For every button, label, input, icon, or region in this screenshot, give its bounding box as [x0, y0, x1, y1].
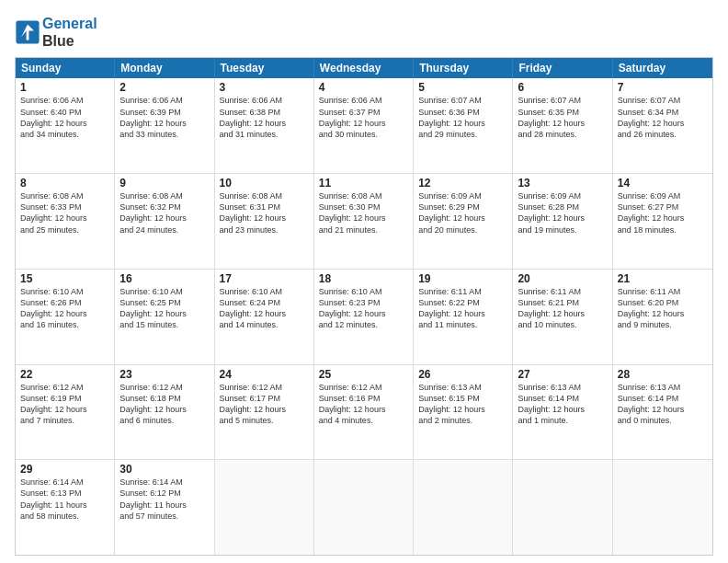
day-number: 23 — [119, 368, 209, 381]
day-details: Sunrise: 6:14 AM Sunset: 6:12 PM Dayligh… — [119, 477, 209, 522]
day-details: Sunrise: 6:06 AM Sunset: 6:40 PM Dayligh… — [20, 95, 109, 140]
calendar-cell: 17Sunrise: 6:10 AM Sunset: 6:24 PM Dayli… — [215, 270, 314, 364]
day-details: Sunrise: 6:08 AM Sunset: 6:30 PM Dayligh… — [319, 190, 408, 236]
day-number: 6 — [518, 81, 607, 94]
day-number: 18 — [319, 272, 408, 285]
calendar-row-4: 22Sunrise: 6:12 AM Sunset: 6:19 PM Dayli… — [16, 365, 712, 461]
day-number: 21 — [618, 272, 708, 285]
day-number: 8 — [20, 177, 109, 190]
calendar-cell: 28Sunrise: 6:13 AM Sunset: 6:14 PM Dayli… — [613, 365, 712, 460]
calendar-cell: 20Sunrise: 6:11 AM Sunset: 6:21 PM Dayli… — [513, 270, 612, 364]
day-details: Sunrise: 6:12 AM Sunset: 6:16 PM Dayligh… — [319, 382, 408, 427]
day-details: Sunrise: 6:10 AM Sunset: 6:25 PM Dayligh… — [119, 286, 209, 331]
calendar-cell: 4Sunrise: 6:06 AM Sunset: 6:37 PM Daylig… — [314, 78, 414, 173]
day-details: Sunrise: 6:09 AM Sunset: 6:28 PM Dayligh… — [518, 190, 607, 236]
day-number: 1 — [20, 81, 109, 94]
day-details: Sunrise: 6:13 AM Sunset: 6:14 PM Dayligh… — [618, 382, 708, 427]
day-number: 2 — [119, 81, 209, 94]
day-number: 10 — [220, 177, 309, 190]
calendar-cell: 8Sunrise: 6:08 AM Sunset: 6:33 PM Daylig… — [16, 174, 115, 269]
day-details: Sunrise: 6:13 AM Sunset: 6:14 PM Dayligh… — [518, 382, 607, 427]
day-number: 15 — [20, 272, 109, 285]
calendar-cell: 11Sunrise: 6:08 AM Sunset: 6:30 PM Dayli… — [314, 174, 414, 269]
calendar-page: GeneralBlue SundayMondayTuesdayWednesday… — [0, 0, 728, 563]
header-day-monday: Monday — [115, 58, 214, 78]
logo: GeneralBlue — [15, 15, 97, 50]
day-number: 4 — [319, 81, 408, 94]
day-number: 27 — [518, 368, 607, 381]
calendar-cell — [513, 460, 612, 555]
day-details: Sunrise: 6:12 AM Sunset: 6:19 PM Dayligh… — [20, 382, 109, 427]
calendar-cell: 2Sunrise: 6:06 AM Sunset: 6:39 PM Daylig… — [115, 78, 214, 173]
day-details: Sunrise: 6:11 AM Sunset: 6:21 PM Dayligh… — [518, 286, 607, 331]
day-number: 30 — [119, 463, 209, 476]
calendar-cell: 10Sunrise: 6:08 AM Sunset: 6:31 PM Dayli… — [215, 174, 314, 269]
calendar-cell: 3Sunrise: 6:06 AM Sunset: 6:38 PM Daylig… — [215, 78, 314, 173]
day-details: Sunrise: 6:12 AM Sunset: 6:18 PM Dayligh… — [119, 382, 209, 427]
calendar-cell: 23Sunrise: 6:12 AM Sunset: 6:18 PM Dayli… — [115, 365, 214, 460]
calendar-cell: 13Sunrise: 6:09 AM Sunset: 6:28 PM Dayli… — [513, 174, 612, 269]
day-details: Sunrise: 6:08 AM Sunset: 6:31 PM Dayligh… — [220, 190, 309, 236]
calendar-cell: 19Sunrise: 6:11 AM Sunset: 6:22 PM Dayli… — [414, 270, 513, 364]
day-details: Sunrise: 6:07 AM Sunset: 6:34 PM Dayligh… — [618, 95, 708, 140]
calendar-cell: 15Sunrise: 6:10 AM Sunset: 6:26 PM Dayli… — [16, 270, 115, 364]
calendar-cell: 9Sunrise: 6:08 AM Sunset: 6:32 PM Daylig… — [115, 174, 214, 269]
day-number: 7 — [618, 81, 708, 94]
day-number: 3 — [220, 81, 309, 94]
day-number: 5 — [418, 81, 507, 94]
calendar-cell: 29Sunrise: 6:14 AM Sunset: 6:13 PM Dayli… — [16, 460, 115, 555]
day-number: 24 — [220, 368, 309, 381]
calendar-cell — [613, 460, 712, 555]
calendar-cell: 16Sunrise: 6:10 AM Sunset: 6:25 PM Dayli… — [115, 270, 214, 364]
calendar-cell: 25Sunrise: 6:12 AM Sunset: 6:16 PM Dayli… — [314, 365, 414, 460]
calendar-cell: 1Sunrise: 6:06 AM Sunset: 6:40 PM Daylig… — [16, 78, 115, 173]
calendar-cell: 30Sunrise: 6:14 AM Sunset: 6:12 PM Dayli… — [115, 460, 214, 555]
day-details: Sunrise: 6:11 AM Sunset: 6:20 PM Dayligh… — [618, 286, 708, 331]
header-day-sunday: Sunday — [16, 58, 115, 78]
calendar-body: 1Sunrise: 6:06 AM Sunset: 6:40 PM Daylig… — [16, 78, 712, 555]
calendar-cell: 26Sunrise: 6:13 AM Sunset: 6:15 PM Dayli… — [414, 365, 513, 460]
day-number: 12 — [418, 177, 507, 190]
calendar-header: SundayMondayTuesdayWednesdayThursdayFrid… — [16, 58, 712, 78]
day-details: Sunrise: 6:10 AM Sunset: 6:24 PM Dayligh… — [220, 286, 309, 331]
calendar-cell: 7Sunrise: 6:07 AM Sunset: 6:34 PM Daylig… — [613, 78, 712, 173]
calendar: SundayMondayTuesdayWednesdayThursdayFrid… — [15, 57, 713, 556]
day-details: Sunrise: 6:08 AM Sunset: 6:32 PM Dayligh… — [119, 190, 209, 236]
day-number: 14 — [618, 177, 708, 190]
page-header: GeneralBlue — [15, 15, 713, 50]
day-details: Sunrise: 6:13 AM Sunset: 6:15 PM Dayligh… — [418, 382, 507, 427]
calendar-cell: 5Sunrise: 6:07 AM Sunset: 6:36 PM Daylig… — [414, 78, 513, 173]
day-details: Sunrise: 6:07 AM Sunset: 6:36 PM Dayligh… — [418, 95, 507, 140]
calendar-cell: 22Sunrise: 6:12 AM Sunset: 6:19 PM Dayli… — [16, 365, 115, 460]
day-number: 16 — [119, 272, 209, 285]
day-details: Sunrise: 6:10 AM Sunset: 6:23 PM Dayligh… — [319, 286, 408, 331]
calendar-cell: 14Sunrise: 6:09 AM Sunset: 6:27 PM Dayli… — [613, 174, 712, 269]
calendar-cell: 21Sunrise: 6:11 AM Sunset: 6:20 PM Dayli… — [613, 270, 712, 364]
day-number: 9 — [119, 177, 209, 190]
header-day-friday: Friday — [513, 58, 612, 78]
header-day-saturday: Saturday — [613, 58, 712, 78]
day-details: Sunrise: 6:07 AM Sunset: 6:35 PM Dayligh… — [518, 95, 607, 140]
calendar-cell: 12Sunrise: 6:09 AM Sunset: 6:29 PM Dayli… — [414, 174, 513, 269]
day-number: 19 — [418, 272, 507, 285]
day-number: 26 — [418, 368, 507, 381]
day-details: Sunrise: 6:11 AM Sunset: 6:22 PM Dayligh… — [418, 286, 507, 331]
calendar-cell: 24Sunrise: 6:12 AM Sunset: 6:17 PM Dayli… — [215, 365, 314, 460]
logo-text: GeneralBlue — [42, 15, 97, 50]
calendar-cell: 6Sunrise: 6:07 AM Sunset: 6:35 PM Daylig… — [513, 78, 612, 173]
day-number: 22 — [20, 368, 109, 381]
calendar-row-2: 8Sunrise: 6:08 AM Sunset: 6:33 PM Daylig… — [16, 174, 712, 270]
calendar-row-5: 29Sunrise: 6:14 AM Sunset: 6:13 PM Dayli… — [16, 460, 712, 555]
day-details: Sunrise: 6:06 AM Sunset: 6:39 PM Dayligh… — [119, 95, 209, 140]
day-details: Sunrise: 6:12 AM Sunset: 6:17 PM Dayligh… — [220, 382, 309, 427]
day-details: Sunrise: 6:10 AM Sunset: 6:26 PM Dayligh… — [20, 286, 109, 331]
header-day-tuesday: Tuesday — [215, 58, 314, 78]
day-details: Sunrise: 6:06 AM Sunset: 6:38 PM Dayligh… — [220, 95, 309, 140]
calendar-cell: 18Sunrise: 6:10 AM Sunset: 6:23 PM Dayli… — [314, 270, 414, 364]
calendar-cell — [215, 460, 314, 555]
header-day-thursday: Thursday — [414, 58, 513, 78]
day-number: 28 — [618, 368, 708, 381]
calendar-cell — [314, 460, 414, 555]
day-number: 20 — [518, 272, 607, 285]
calendar-cell: 27Sunrise: 6:13 AM Sunset: 6:14 PM Dayli… — [513, 365, 612, 460]
